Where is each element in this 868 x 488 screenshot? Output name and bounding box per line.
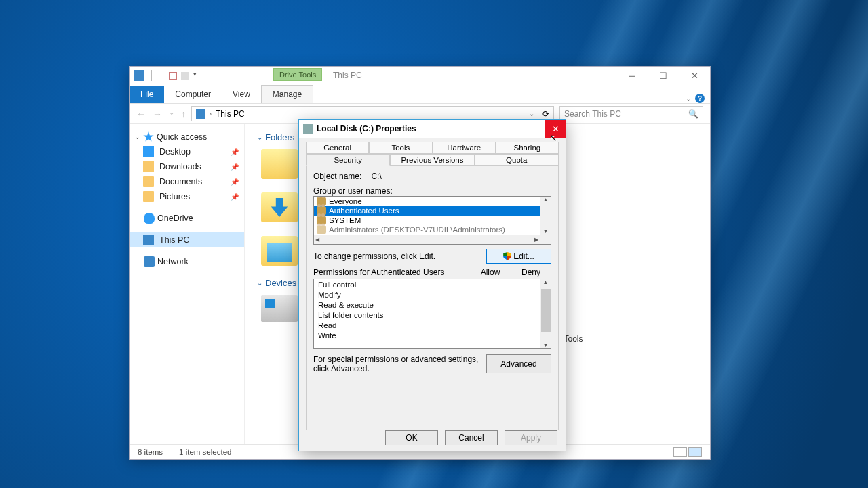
pin-icon: 📌	[231, 163, 239, 171]
object-name-label: Object name:	[313, 171, 361, 181]
vertical-scrollbar[interactable]: ▲▼	[540, 197, 551, 235]
maximize-button[interactable]: ☐	[648, 67, 679, 83]
search-icon: 🔍	[688, 109, 698, 119]
list-item: Write	[314, 330, 540, 340]
tab-previous-versions[interactable]: Previous Versions	[390, 154, 474, 166]
view-details-button[interactable]	[673, 447, 687, 457]
chevron-down-icon[interactable]: ⌄	[529, 110, 534, 117]
security-panel: Object name: C:\ Group or user names: Ev…	[306, 166, 559, 430]
sidebar-item-desktop[interactable]: Desktop📌	[130, 144, 244, 159]
ribbon-tab-computer[interactable]: Computer	[164, 86, 222, 103]
help-icon[interactable]: ?	[695, 94, 705, 103]
search-placeholder: Search This PC	[564, 109, 621, 119]
properties-dialog: Local Disk (C:) Properties ✕ ↖ General T…	[298, 119, 566, 451]
status-item-count: 8 items	[138, 448, 163, 456]
nav-back-icon[interactable]: ←	[136, 108, 146, 119]
breadcrumb[interactable]: This PC	[216, 109, 245, 119]
chevron-right-icon: ›	[210, 110, 212, 117]
pin-icon: 📌	[231, 148, 239, 156]
shield-icon	[503, 252, 511, 260]
edit-button[interactable]: Edit...	[486, 249, 551, 264]
deny-header: Deny	[511, 268, 551, 277]
group-user-list[interactable]: Everyone Authenticated Users SYSTEM Admi…	[313, 196, 551, 245]
refresh-icon[interactable]: ⟳	[542, 109, 549, 119]
advanced-button[interactable]: Advanced	[486, 354, 551, 373]
star-icon	[143, 131, 154, 142]
view-tiles-button[interactable]	[688, 447, 702, 457]
pin-icon: 📌	[231, 193, 239, 201]
list-item: Full control	[314, 279, 540, 289]
object-name-value: C:\	[371, 171, 381, 181]
group-user-label: Group or user names:	[313, 186, 551, 196]
vertical-scrollbar[interactable]: ▲▼	[540, 279, 551, 348]
dialog-title: Local Disk (C:) Properties	[317, 124, 416, 134]
drive-item[interactable]	[261, 295, 298, 322]
search-box[interactable]: Search This PC 🔍	[559, 106, 703, 121]
tab-quota[interactable]: Quota	[475, 154, 559, 166]
pin-icon: 📌	[231, 178, 239, 186]
sidebar-onedrive[interactable]: OneDrive	[130, 211, 244, 226]
ok-button[interactable]: OK	[385, 430, 438, 445]
dialog-close-button[interactable]: ✕ ↖	[545, 120, 566, 138]
apply-button[interactable]: Apply	[505, 430, 557, 445]
ribbon-tab-view[interactable]: View	[222, 86, 261, 103]
nav-forward-icon[interactable]: →	[153, 108, 162, 119]
sidebar-quick-access[interactable]: ⌄Quick access	[130, 129, 244, 144]
nav-history-icon[interactable]: ⌄	[169, 108, 174, 119]
qat-button[interactable]	[169, 72, 177, 80]
list-item: Authenticated Users	[314, 206, 540, 216]
pc-icon	[143, 235, 154, 245]
explorer-titlebar[interactable]: ▾ Drive Tools This PC ─ ☐ ✕	[130, 67, 710, 85]
sidebar-item-pictures[interactable]: Pictures📌	[130, 189, 244, 204]
folder-item[interactable]	[261, 192, 298, 222]
scrollbar-thumb[interactable]	[541, 289, 551, 332]
change-permissions-text: To change permissions, click Edit.	[313, 251, 481, 261]
cancel-button[interactable]: Cancel	[445, 430, 498, 445]
folder-item[interactable]	[261, 149, 298, 179]
sidebar-item-downloads[interactable]: Downloads📌	[130, 159, 244, 174]
tab-general[interactable]: General	[306, 142, 369, 154]
ribbon-tab-file[interactable]: File	[130, 86, 164, 103]
pc-icon	[134, 70, 144, 81]
sidebar-item-this-pc[interactable]: This PC	[130, 232, 244, 247]
tab-tools[interactable]: Tools	[369, 142, 432, 154]
permissions-for-label: Permissions for Authenticated Users	[313, 268, 470, 277]
folder-item[interactable]	[261, 236, 298, 266]
qat-button[interactable]	[181, 72, 189, 80]
drive-icon	[303, 124, 313, 134]
list-item: List folder contents	[314, 310, 540, 320]
permissions-list[interactable]: Full control Modify Read & execute List …	[313, 279, 551, 349]
tab-hardware[interactable]: Hardware	[433, 142, 496, 154]
network-icon	[144, 256, 155, 267]
contextual-tab-drive-tools[interactable]: Drive Tools	[273, 68, 322, 81]
list-item: SYSTEM	[314, 216, 540, 225]
dialog-titlebar[interactable]: Local Disk (C:) Properties ✕ ↖	[299, 120, 566, 138]
window-title: This PC	[333, 70, 362, 80]
list-item: Administrators (DESKTOP-V7UDIL\Administr…	[314, 225, 540, 235]
tab-sharing[interactable]: Sharing	[496, 142, 559, 154]
allow-header: Allow	[470, 268, 511, 277]
minimize-button[interactable]: ─	[616, 67, 648, 83]
list-item: Read	[314, 320, 540, 330]
downloads-icon	[143, 161, 154, 172]
advanced-text: For special permissions or advanced sett…	[313, 354, 481, 373]
dialog-tabs: General Tools Hardware Sharing Security …	[299, 138, 566, 166]
nav-up-icon[interactable]: ↑	[181, 108, 186, 119]
list-item: Modify	[314, 289, 540, 300]
tab-security[interactable]: Security	[306, 154, 390, 166]
sidebar-item-documents[interactable]: Documents📌	[130, 174, 244, 189]
ribbon-collapse-icon[interactable]: ⌄	[686, 95, 691, 102]
horizontal-scrollbar[interactable]: ◀▶	[314, 235, 540, 244]
documents-icon	[143, 176, 154, 187]
separator	[151, 70, 162, 81]
pc-icon	[196, 109, 205, 119]
cloud-icon	[144, 213, 155, 224]
sidebar-network[interactable]: Network	[130, 254, 244, 269]
quick-access-toolbar: ▾	[134, 70, 204, 81]
list-item: Everyone	[314, 197, 540, 206]
group-icon	[317, 226, 326, 234]
close-button[interactable]: ✕	[679, 67, 710, 83]
pictures-icon	[143, 191, 154, 202]
ribbon-tab-manage[interactable]: Manage	[261, 85, 313, 103]
ribbon: File Computer View Manage ⌄ ?	[130, 85, 710, 104]
